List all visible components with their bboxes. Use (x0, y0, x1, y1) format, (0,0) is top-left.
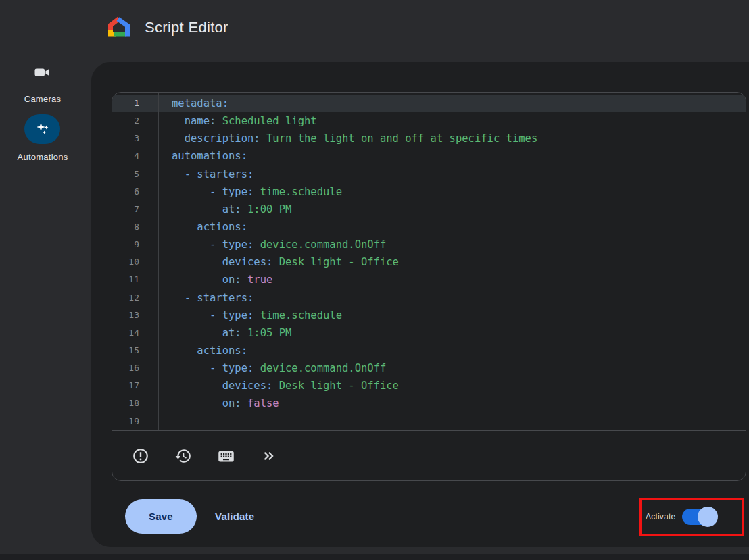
code-lines: 1metadata:2 name: Scheduled light3 descr… (112, 95, 746, 430)
line-number: 11 (112, 271, 158, 288)
code-text[interactable]: devices: Desk light - Office (158, 377, 746, 394)
indent-guide (210, 271, 210, 288)
indent-guide (185, 307, 185, 324)
line-number: 10 (112, 253, 158, 271)
indent-guide (210, 324, 210, 342)
indent-guide (197, 201, 197, 218)
line-number: 4 (112, 147, 158, 165)
indent-guide (197, 253, 197, 271)
indent-guide (185, 413, 185, 430)
code-line-13[interactable]: 13 - type: time.schedule (112, 307, 746, 324)
activate-label: Activate (646, 512, 675, 521)
line-number: 12 (112, 289, 158, 307)
code-line-12[interactable]: 12 - starters: (112, 289, 746, 307)
code-line-6[interactable]: 6 - type: time.schedule (112, 183, 746, 201)
line-number: 19 (112, 413, 158, 430)
code-text[interactable]: at: 1:05 PM (158, 324, 746, 342)
code-text[interactable]: on: true (158, 271, 746, 288)
selected-pill[interactable] (24, 114, 60, 144)
indent-guide (197, 236, 197, 253)
line-number: 15 (112, 342, 158, 359)
code-line-9[interactable]: 9 - type: device.command.OnOff (112, 236, 746, 253)
code-text[interactable] (158, 413, 746, 430)
code-line-4[interactable]: 4automations: (112, 147, 746, 165)
code-text[interactable]: - starters: (158, 289, 746, 307)
code-line-7[interactable]: 7 at: 1:00 PM (112, 201, 746, 218)
indent-guide (172, 413, 172, 430)
indent-guide (172, 218, 172, 236)
code-line-16[interactable]: 16 - type: device.command.OnOff (112, 359, 746, 377)
script-code-editor[interactable]: 1metadata:2 name: Scheduled light3 descr… (112, 92, 746, 481)
code-line-19[interactable]: 19 (112, 413, 746, 430)
save-button[interactable]: Save (125, 499, 197, 534)
indent-guide (172, 253, 172, 271)
line-number: 3 (112, 130, 158, 147)
code-text[interactable]: devices: Desk light - Office (158, 253, 746, 271)
problems-icon[interactable] (127, 442, 154, 469)
code-line-14[interactable]: 14 at: 1:05 PM (112, 324, 746, 342)
code-text[interactable]: actions: (158, 342, 746, 359)
activate-toggle[interactable] (682, 509, 715, 525)
code-area[interactable]: 1metadata:2 name: Scheduled light3 descr… (112, 93, 746, 430)
line-number: 14 (112, 324, 158, 342)
code-line-11[interactable]: 11 on: true (112, 271, 746, 288)
line-number: 8 (112, 218, 158, 236)
line-number: 17 (112, 377, 158, 394)
code-text[interactable]: - starters: (158, 166, 746, 183)
history-icon[interactable] (170, 442, 197, 469)
code-text[interactable]: - type: device.command.OnOff (158, 359, 746, 377)
indent-guide (172, 201, 172, 218)
code-line-3[interactable]: 3 description: Turn the light on and off… (112, 130, 746, 147)
line-number: 9 (112, 236, 158, 253)
keyboard-icon[interactable] (212, 442, 239, 469)
code-line-1[interactable]: 1metadata: (112, 95, 746, 112)
code-line-5[interactable]: 5 - starters: (112, 166, 746, 183)
code-text[interactable]: on: false (158, 394, 746, 412)
indent-guide (185, 253, 185, 271)
code-text[interactable]: automations: (158, 147, 746, 165)
indent-guide (172, 289, 172, 307)
line-number: 1 (112, 95, 158, 112)
indent-guide (172, 394, 172, 412)
code-text[interactable]: at: 1:00 PM (158, 201, 746, 218)
line-number: 13 (112, 307, 158, 324)
code-line-17[interactable]: 17 devices: Desk light - Office (112, 377, 746, 394)
code-text[interactable]: description: Turn the light on and off a… (158, 130, 746, 147)
indent-guide (172, 342, 172, 359)
line-number: 18 (112, 394, 158, 412)
bottom-strip (0, 554, 749, 560)
code-line-15[interactable]: 15 actions: (112, 342, 746, 359)
indent-guide (185, 271, 185, 288)
indent-guide (197, 183, 197, 201)
activate-control: Activate (646, 507, 715, 527)
active-indent-guide (172, 130, 172, 147)
code-text[interactable]: - type: time.schedule (158, 307, 746, 324)
code-line-8[interactable]: 8 actions: (112, 218, 746, 236)
indent-guide (197, 377, 197, 394)
code-text[interactable]: actions: (158, 218, 746, 236)
gutter-divider (158, 93, 159, 430)
indent-guide (210, 394, 210, 412)
indent-guide (185, 183, 185, 201)
code-line-18[interactable]: 18 on: false (112, 394, 746, 412)
code-text[interactable]: metadata: (158, 95, 746, 112)
code-text[interactable]: name: Scheduled light (158, 112, 746, 130)
code-line-2[interactable]: 2 name: Scheduled light (112, 112, 746, 130)
indent-guide (210, 201, 210, 218)
indent-guide (197, 307, 197, 324)
active-indent-guide (172, 112, 172, 130)
code-text[interactable]: - type: device.command.OnOff (158, 236, 746, 253)
indent-guide (185, 359, 185, 377)
script-editor-window: Script Editor Cameras Automations 1metad… (0, 0, 749, 560)
indent-guide (197, 413, 197, 430)
line-number: 16 (112, 359, 158, 377)
validate-button[interactable]: Validate (215, 511, 254, 522)
editor-toolbar (112, 430, 746, 481)
google-home-logo-icon (107, 16, 131, 41)
code-text[interactable]: - type: time.schedule (158, 183, 746, 201)
indent-guide (197, 394, 197, 412)
double-chevron-icon[interactable] (255, 442, 282, 469)
indent-guide (210, 377, 210, 394)
indent-guide (197, 324, 197, 342)
code-line-10[interactable]: 10 devices: Desk light - Office (112, 253, 746, 271)
